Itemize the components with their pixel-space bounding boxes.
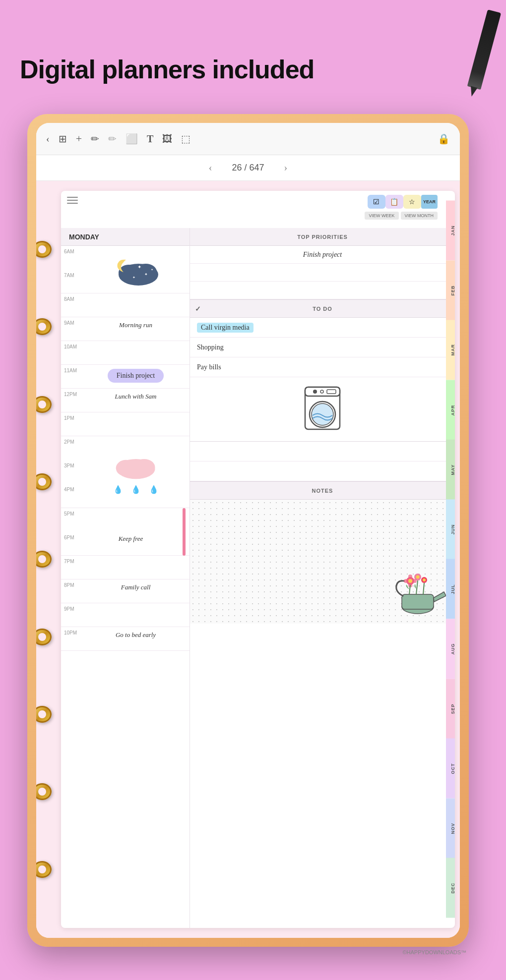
tab-aug[interactable]: AUG — [446, 619, 455, 679]
cloud-rain-sticker: 💧 💧 💧 — [82, 436, 190, 508]
svg-line-31 — [423, 583, 424, 594]
copyright: ©HAPPYDOWNLOADS™ — [402, 949, 466, 955]
svg-line-30 — [416, 580, 418, 594]
planner-page: ☑ 📋 ☆ YEAR VIEW WEEK VIEW MONTH MONDAY — [61, 191, 455, 928]
time-6am: 6AM — [64, 249, 74, 254]
time-2pm: 2PM — [64, 439, 74, 445]
time-10pm: 10PM — [61, 630, 82, 635]
page-indicator: 26 / 647 — [232, 163, 264, 173]
ring-5 — [36, 551, 52, 568]
notes-body — [190, 500, 455, 624]
hamburger-menu[interactable] — [67, 197, 78, 204]
page-title: Digital planners included — [20, 55, 314, 84]
todo-header: ✓ TO DO — [190, 300, 455, 318]
tab-jan[interactable]: JAN — [446, 201, 455, 261]
tab-checkbox[interactable]: ☑ — [368, 195, 385, 209]
priority-row-2 — [190, 264, 455, 282]
ring-3 — [36, 396, 52, 413]
event-12pm: Lunch with Sam — [82, 392, 190, 401]
tab-year[interactable]: YEAR — [421, 195, 438, 209]
time-row-11am: 11AM Finish project — [61, 365, 190, 389]
tab-mar[interactable]: MAR — [446, 320, 455, 380]
time-8am: 8AM — [61, 296, 82, 302]
right-column: TOP PRIORITIES Finish project ✓ TO DO Ca… — [190, 228, 455, 928]
eraser-icon[interactable]: ⬜ — [126, 133, 138, 145]
prev-page-button[interactable]: ‹ — [209, 162, 212, 173]
next-page-button[interactable]: › — [284, 162, 288, 173]
time-5pm: 5PM — [64, 511, 74, 517]
tab-star[interactable]: ☆ — [403, 195, 421, 209]
ring-6 — [36, 629, 52, 645]
event-9pm — [82, 606, 190, 607]
grid-icon[interactable]: ⊞ — [59, 133, 67, 145]
svg-point-24 — [423, 578, 426, 581]
notes-section: NOTES — [190, 482, 455, 624]
time-4pm: 4PM — [64, 487, 74, 492]
tab-sep[interactable]: SEP — [446, 679, 455, 739]
time-12pm: 12PM — [61, 392, 82, 397]
toolbar: ‹ ⊞ + ✏ ✏ ⬜ T 🖼 ⬚ 🔒 — [36, 123, 460, 155]
lock-icon[interactable]: 🔒 — [438, 133, 450, 145]
tab-apr[interactable]: APR — [446, 380, 455, 440]
priorities-section: TOP PRIORITIES Finish project — [190, 228, 455, 300]
tab-jul[interactable]: JUL — [446, 559, 455, 619]
time-row-1pm: 1PM — [61, 412, 190, 436]
todo-section: ✓ TO DO Call virgin media Shopping Pay b… — [190, 300, 455, 482]
svg-point-22 — [416, 576, 420, 579]
washing-machine-sticker — [190, 377, 455, 442]
tab-dec[interactable]: DEC — [446, 858, 455, 918]
tab-oct[interactable]: OCT — [446, 739, 455, 799]
ring-9 — [36, 861, 52, 878]
todo-check-icon: ✓ — [195, 305, 201, 313]
priority-row-1: Finish project — [190, 246, 455, 264]
time-10am: 10AM — [61, 344, 82, 349]
add-icon[interactable]: + — [76, 132, 82, 145]
svg-point-28 — [413, 579, 417, 583]
time-row-9pm: 9PM — [61, 603, 190, 627]
tab-may[interactable]: MAY — [446, 440, 455, 500]
time-7pm: 7PM — [61, 559, 82, 564]
rings — [36, 211, 52, 908]
month-tabs: JAN FEB MAR APR MAY JUN JUL AUG SEP OCT … — [446, 201, 455, 918]
time-row-12pm: 12PM Lunch with Sam — [61, 389, 190, 412]
planner-area: ☑ 📋 ☆ YEAR VIEW WEEK VIEW MONTH MONDAY — [36, 181, 460, 938]
event-10pm: Go to bed early — [82, 630, 190, 639]
event-8pm: Family call — [82, 582, 190, 591]
finish-project-pill: Finish project — [108, 369, 164, 383]
top-tabs: ☑ 📋 ☆ YEAR — [368, 195, 438, 209]
todo-row-1: Call virgin media — [190, 318, 455, 338]
event-9am: Morning run — [82, 320, 190, 329]
todo-item-1-highlight: Call virgin media — [197, 323, 253, 333]
event-11am: Finish project — [82, 368, 190, 383]
ring-1 — [36, 241, 52, 258]
day-header: MONDAY — [61, 228, 190, 246]
selection-icon[interactable]: ⬚ — [181, 133, 190, 145]
event-6pm: Keep free — [82, 535, 180, 543]
view-week-button[interactable]: VIEW WEEK — [365, 212, 398, 220]
page-nav: ‹ 26 / 647 › — [36, 155, 460, 181]
time-row-8pm: 8PM Family call — [61, 579, 190, 603]
marker-icon[interactable]: ✏ — [108, 133, 117, 145]
svg-point-9 — [133, 459, 155, 475]
tab-nov[interactable]: NOV — [446, 799, 455, 859]
time-row-9am: 9AM Morning run — [61, 317, 190, 341]
svg-rect-18 — [402, 594, 434, 609]
time-9am: 9AM — [61, 320, 82, 326]
pen-icon[interactable]: ✏ — [91, 133, 99, 145]
text-icon[interactable]: T — [147, 133, 153, 145]
todo-header-text: TO DO — [313, 306, 332, 312]
tab-doc[interactable]: 📋 — [385, 195, 403, 209]
view-buttons: VIEW WEEK VIEW MONTH — [365, 212, 438, 220]
priorities-header: TOP PRIORITIES — [190, 228, 455, 246]
back-icon[interactable]: ‹ — [46, 133, 50, 145]
tab-jun[interactable]: JUN — [446, 500, 455, 560]
time-11am: 11AM — [61, 368, 82, 373]
time-1pm: 1PM — [61, 415, 82, 421]
tab-feb[interactable]: FEB — [446, 261, 455, 321]
ring-4 — [36, 473, 52, 490]
svg-text:✦: ✦ — [132, 276, 135, 280]
image-icon[interactable]: 🖼 — [162, 133, 172, 145]
svg-point-27 — [404, 579, 408, 583]
view-month-button[interactable]: VIEW MONTH — [401, 212, 438, 220]
svg-text:✦: ✦ — [144, 272, 148, 277]
